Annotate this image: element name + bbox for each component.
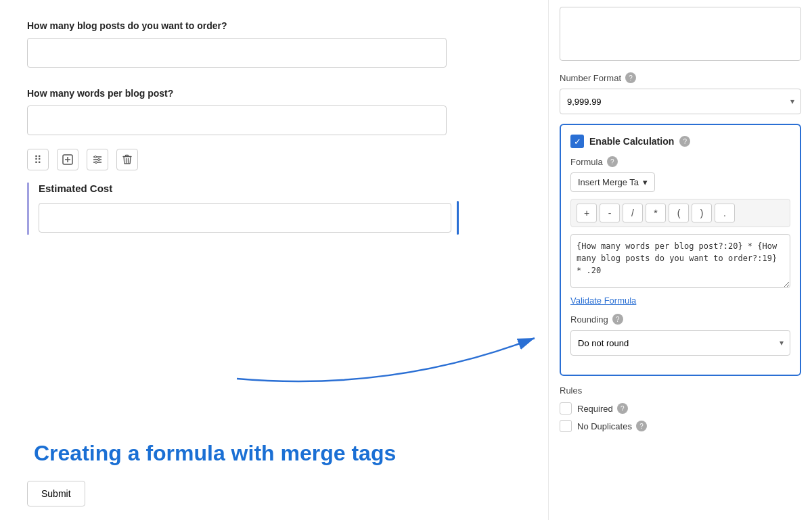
required-label: Required ? bbox=[577, 403, 628, 414]
operators-row: + - / * ( ) . bbox=[570, 199, 790, 227]
no-duplicates-checkbox[interactable] bbox=[560, 420, 572, 432]
number-format-section: Number Format ? bbox=[560, 72, 801, 83]
rules-section: Rules Required ? No Duplicates ? bbox=[560, 385, 801, 432]
field2-label: How many words per blog post? bbox=[27, 88, 521, 99]
rounding-label-text: Rounding bbox=[570, 314, 608, 325]
required-row: Required ? bbox=[560, 402, 801, 415]
calculation-box: ✓ Enable Calculation ? Formula ? Insert … bbox=[560, 124, 801, 376]
enable-calculation-header: ✓ Enable Calculation ? bbox=[570, 135, 790, 148]
validate-formula-link[interactable]: Validate Formula bbox=[570, 296, 790, 306]
svg-point-6 bbox=[95, 156, 97, 158]
svg-point-7 bbox=[98, 159, 100, 161]
settings-icon[interactable] bbox=[87, 149, 108, 170]
estimated-cost-input-wrapper bbox=[39, 201, 521, 235]
field2-input[interactable] bbox=[27, 105, 447, 135]
top-textarea[interactable] bbox=[560, 7, 801, 61]
estimated-cost-input[interactable] bbox=[39, 203, 451, 233]
formula-label-text: Formula bbox=[570, 157, 603, 167]
rules-label: Rules bbox=[560, 385, 801, 396]
insert-merge-tag-dropdown[interactable]: Insert Merge Ta ▾ bbox=[570, 172, 655, 192]
merge-tag-label: Insert Merge Ta bbox=[578, 177, 639, 187]
overlay-text: Creating a formula with merge tags bbox=[34, 440, 396, 466]
enable-calculation-help-icon[interactable]: ? bbox=[679, 136, 690, 147]
required-checkbox[interactable] bbox=[560, 402, 572, 415]
add-field-icon[interactable] bbox=[57, 149, 78, 170]
right-panel: Number Format ? 9,999.99 9999.99 9.999,9… bbox=[548, 0, 812, 520]
operator-plus-button[interactable]: + bbox=[577, 204, 597, 222]
field1-group: How many blog posts do you want to order… bbox=[27, 20, 521, 68]
left-panel: How many blog posts do you want to order… bbox=[0, 0, 548, 520]
operator-close-paren-button[interactable]: ) bbox=[692, 204, 712, 222]
no-duplicates-label: No Duplicates ? bbox=[577, 421, 647, 431]
rounding-help-icon[interactable]: ? bbox=[612, 314, 623, 325]
number-format-label: Number Format bbox=[560, 73, 621, 83]
svg-point-8 bbox=[95, 162, 97, 164]
field1-label: How many blog posts do you want to order… bbox=[27, 20, 521, 31]
delete-icon[interactable] bbox=[116, 149, 138, 170]
number-format-select[interactable]: 9,999.99 9999.99 9.999,99 bbox=[560, 89, 801, 114]
estimated-cost-section: Estimated Cost bbox=[27, 183, 521, 235]
operator-minus-button[interactable]: - bbox=[600, 204, 620, 222]
operator-dot-button[interactable]: . bbox=[715, 204, 735, 222]
rounding-section-label: Rounding ? bbox=[570, 314, 790, 325]
no-duplicates-row: No Duplicates ? bbox=[560, 420, 801, 432]
estimated-cost-label: Estimated Cost bbox=[39, 183, 521, 194]
submit-button[interactable]: Submit bbox=[27, 481, 85, 506]
drag-handle-icon[interactable]: ⠿ bbox=[27, 149, 49, 170]
operator-multiply-button[interactable]: * bbox=[646, 204, 666, 222]
field1-input[interactable] bbox=[27, 38, 447, 68]
rounding-select-wrapper: Do not round Round to nearest whole numb… bbox=[570, 330, 790, 356]
field2-group: How many words per blog post? bbox=[27, 88, 521, 135]
number-format-help-icon[interactable]: ? bbox=[625, 72, 636, 83]
no-duplicates-help-icon[interactable]: ? bbox=[636, 421, 647, 431]
field-toolbar: ⠿ bbox=[27, 149, 521, 170]
formula-help-icon[interactable]: ? bbox=[607, 156, 618, 167]
operator-divide-button[interactable]: / bbox=[623, 204, 643, 222]
rounding-select[interactable]: Do not round Round to nearest whole numb… bbox=[570, 330, 790, 356]
formula-textarea[interactable]: {How many words per blog post?:20} * {Ho… bbox=[570, 234, 790, 288]
enable-calculation-checkbox[interactable]: ✓ bbox=[570, 135, 584, 148]
formula-section-label: Formula ? bbox=[570, 156, 790, 167]
number-format-select-wrapper: 9,999.99 9999.99 9.999,99 ▾ bbox=[560, 89, 801, 114]
operator-open-paren-button[interactable]: ( bbox=[669, 204, 689, 222]
enable-calculation-label: Enable Calculation bbox=[589, 136, 674, 147]
required-help-icon[interactable]: ? bbox=[617, 403, 628, 414]
formula-indicator-line bbox=[457, 201, 459, 235]
merge-tag-chevron-icon: ▾ bbox=[643, 177, 648, 187]
